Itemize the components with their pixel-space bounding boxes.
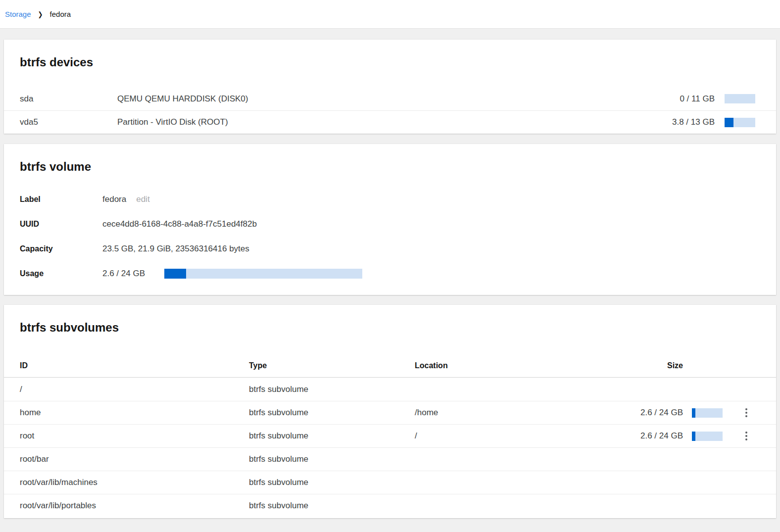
column-header-size: Size <box>618 361 692 370</box>
subvolume-size-text: 2.6 / 24 GB <box>618 408 692 418</box>
label-term: Label <box>20 195 102 204</box>
volume-uuid-row: UUID cece4dd8-6168-4c88-a4a8-f7c51ed4f82… <box>4 212 776 237</box>
breadcrumb-storage-link[interactable]: Storage <box>5 10 31 18</box>
device-name: sda <box>20 94 117 104</box>
btrfs-subvolumes-card: btrfs subvolumes ID Type Location Size /… <box>4 305 776 518</box>
usage-term: Usage <box>20 269 102 278</box>
subvolume-row-root[interactable]: root btrfs subvolume / 2.6 / 24 GB <box>4 424 776 447</box>
device-usage-text: 0 / 11 GB <box>680 94 725 104</box>
device-row-vda5[interactable]: vda5 Partition - VirtIO Disk (ROOT) 3.8 … <box>4 110 776 134</box>
volume-capacity-value: 23.5 GB, 21.9 GiB, 23536316416 bytes <box>102 244 760 254</box>
device-description: QEMU QEMU HARDDISK (DISK0) <box>117 94 680 104</box>
volume-label-row: Label fedora edit <box>4 187 776 212</box>
subvolume-location: /home <box>415 408 618 418</box>
edit-label-link[interactable]: edit <box>136 194 149 204</box>
subvolume-row-home[interactable]: home btrfs subvolume /home 2.6 / 24 GB <box>4 401 776 424</box>
volume-usage-bar <box>164 269 362 279</box>
volume-usage-row: Usage 2.6 / 24 GB <box>4 261 776 286</box>
volume-usage-text: 2.6 / 24 GB <box>102 269 149 279</box>
btrfs-volume-title: btrfs volume <box>4 144 776 175</box>
subvolume-type: btrfs subvolume <box>249 478 415 487</box>
subvolume-type: btrfs subvolume <box>249 501 415 511</box>
device-row-sda[interactable]: sda QEMU QEMU HARDDISK (DISK0) 0 / 11 GB <box>4 87 776 110</box>
btrfs-volume-card: btrfs volume Label fedora edit UUID cece… <box>4 144 776 295</box>
subvolume-id: / <box>20 385 249 394</box>
column-header-location: Location <box>415 361 618 370</box>
device-name: vda5 <box>20 117 117 127</box>
device-usage-bar <box>725 118 755 127</box>
subvolume-usage-bar <box>692 432 723 441</box>
subvolumes-table: ID Type Location Size / btrfs subvolume … <box>4 354 776 517</box>
breadcrumb-chevron-icon: ❯ <box>38 10 43 18</box>
device-usage-bar <box>725 94 755 103</box>
volume-label-value: fedora <box>102 194 126 204</box>
volume-usage-bar-fill <box>164 269 186 279</box>
volume-capacity-row: Capacity 23.5 GB, 21.9 GiB, 23536316416 … <box>4 237 776 261</box>
volume-uuid-value: cece4dd8-6168-4c88-a4a8-f7c51ed4f82b <box>102 219 760 229</box>
subvolume-id: root/var/lib/portables <box>20 501 249 511</box>
subvolume-actions-menu-button[interactable] <box>740 429 752 443</box>
subvolume-usage-bar-fill <box>692 432 695 441</box>
breadcrumb-current-page: fedora <box>50 10 71 18</box>
device-usage-bar-fill <box>725 118 733 127</box>
subvolume-type: btrfs subvolume <box>249 431 415 441</box>
subvolume-row-machines[interactable]: root/var/lib/machines btrfs subvolume <box>4 471 776 494</box>
subvolume-type: btrfs subvolume <box>249 454 415 464</box>
subvolume-id: root <box>20 431 249 441</box>
device-description: Partition - VirtIO Disk (ROOT) <box>117 117 672 127</box>
subvolume-row-root-bar[interactable]: root/bar btrfs subvolume <box>4 447 776 471</box>
kebab-menu-icon <box>745 432 747 434</box>
subvolume-size-text: 2.6 / 24 GB <box>618 431 692 441</box>
subvolume-actions-menu-button[interactable] <box>740 405 752 420</box>
subvolume-id: root/bar <box>20 454 249 464</box>
volume-description-list: Label fedora edit UUID cece4dd8-6168-4c8… <box>4 187 776 286</box>
uuid-term: UUID <box>20 220 102 229</box>
column-header-id: ID <box>20 361 249 370</box>
subvolume-location: / <box>415 431 618 441</box>
kebab-menu-icon <box>745 408 747 410</box>
capacity-term: Capacity <box>20 244 102 253</box>
subvolumes-table-header: ID Type Location Size <box>4 354 776 378</box>
subvolume-type: btrfs subvolume <box>249 408 415 418</box>
btrfs-devices-title: btrfs devices <box>4 40 776 70</box>
device-usage-text: 3.8 / 13 GB <box>672 117 725 127</box>
devices-list: sda QEMU QEMU HARDDISK (DISK0) 0 / 11 GB… <box>4 87 776 134</box>
column-header-type: Type <box>249 361 415 370</box>
subvolume-id: root/var/lib/machines <box>20 478 249 487</box>
subvolume-usage-bar-fill <box>692 408 695 418</box>
breadcrumb: Storage ❯ fedora <box>0 0 780 29</box>
btrfs-subvolumes-title: btrfs subvolumes <box>4 305 776 336</box>
subvolume-usage-bar <box>692 408 723 418</box>
subvolume-row-portables[interactable]: root/var/lib/portables btrfs subvolume <box>4 494 776 517</box>
subvolume-id: home <box>20 408 249 418</box>
subvolume-type: btrfs subvolume <box>249 385 415 394</box>
btrfs-devices-card: btrfs devices sda QEMU QEMU HARDDISK (DI… <box>4 40 776 134</box>
subvolume-row-root-slash[interactable]: / btrfs subvolume <box>4 378 776 401</box>
